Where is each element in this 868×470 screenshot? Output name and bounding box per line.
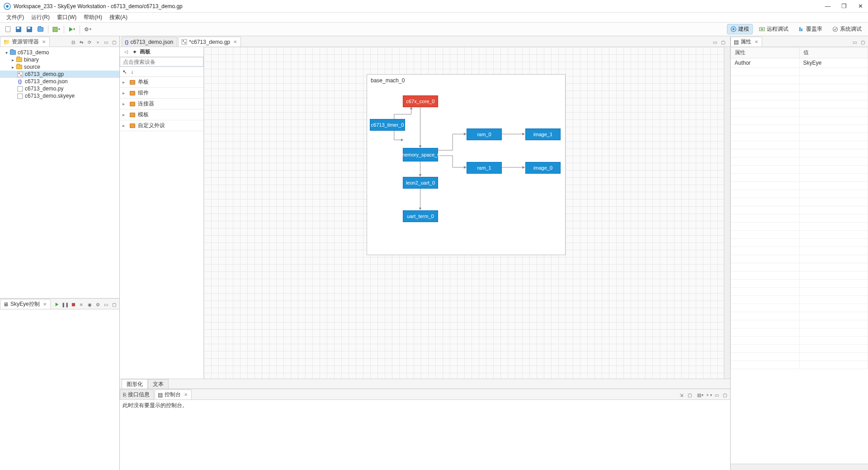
- interface-tab[interactable]: ⎘ 接口信息: [120, 389, 154, 399]
- console-minimize-button[interactable]: ▭: [713, 391, 720, 399]
- editor-minimize-button[interactable]: ▭: [711, 38, 718, 46]
- close-button[interactable]: ✕: [856, 3, 864, 9]
- control-step-button[interactable]: ≡: [78, 301, 85, 308]
- properties-minimize-button[interactable]: ▭: [851, 38, 858, 46]
- console-maximize-button[interactable]: ▢: [721, 391, 728, 399]
- node-uart[interactable]: leon2_uart_0: [403, 177, 438, 189]
- palette-back-icon[interactable]: ◁: [123, 48, 130, 56]
- file-gp[interactable]: c6713_demo.gp: [0, 71, 119, 78]
- run-dropdown[interactable]: [67, 24, 77, 34]
- folder-source[interactable]: ▸source: [0, 63, 119, 71]
- properties-tab[interactable]: ▤ 属性 ✕: [731, 37, 762, 47]
- select-tool-icon[interactable]: ↖: [123, 69, 127, 75]
- editor-maximize-button[interactable]: ▢: [719, 38, 726, 46]
- perspective-remote-debug[interactable]: 远程调试: [755, 24, 792, 34]
- table-row[interactable]: Author SkyEye: [731, 58, 868, 68]
- table-row: [731, 174, 868, 182]
- connection-tool-icon[interactable]: ↓: [131, 69, 133, 75]
- properties-col-val[interactable]: 值: [799, 47, 868, 58]
- explorer-close-icon[interactable]: ✕: [42, 39, 46, 44]
- console-display-dropdown[interactable]: ▤: [697, 391, 704, 399]
- collapse-all-button[interactable]: ⊟: [70, 38, 77, 46]
- table-row: [731, 100, 868, 109]
- console-tab-label: 控制台: [165, 391, 181, 399]
- table-row: [731, 345, 868, 353]
- maximize-button[interactable]: ❐: [840, 3, 848, 9]
- view-menu-button[interactable]: ▿: [94, 38, 101, 46]
- debug-dropdown[interactable]: ⚙: [83, 24, 93, 34]
- control-minimize-button[interactable]: ▭: [102, 301, 109, 308]
- node-image0[interactable]: image_0: [525, 162, 561, 174]
- maximize-panel-button[interactable]: ▢: [110, 38, 118, 46]
- properties-close-icon[interactable]: ✕: [755, 39, 758, 44]
- control-settings-button[interactable]: ⚙: [94, 301, 101, 308]
- control-play-button[interactable]: [53, 301, 61, 308]
- palette-group-connector[interactable]: ▸连接器: [120, 99, 203, 109]
- diagram-container[interactable]: base_mach_0: [367, 74, 566, 255]
- palette-group-template[interactable]: ▸模板: [120, 109, 203, 120]
- console-close-icon[interactable]: ✕: [184, 392, 188, 397]
- palette-search-input[interactable]: [120, 57, 203, 66]
- perspective-system-debug[interactable]: 系统调试: [829, 24, 865, 34]
- node-timer[interactable]: c6713_timer_0: [370, 119, 405, 131]
- table-row: [731, 288, 868, 296]
- link-editor-button[interactable]: ⇆: [78, 38, 85, 46]
- console-new-dropdown[interactable]: ＋: [705, 391, 712, 399]
- properties-col-key[interactable]: 属性: [731, 47, 800, 58]
- file-py[interactable]: c6713_demo.py: [0, 85, 119, 92]
- control-maximize-button[interactable]: ▢: [110, 301, 118, 308]
- node-core[interactable]: c67x_core_0: [403, 95, 438, 107]
- editor-tab-json[interactable]: {} c6713_demo.json: [122, 37, 177, 47]
- properties-scrollbar[interactable]: [731, 464, 868, 470]
- menu-file[interactable]: 文件(F): [3, 13, 28, 22]
- node-image1[interactable]: image_1: [525, 128, 561, 140]
- new-button[interactable]: [3, 24, 13, 34]
- table-row: [731, 231, 868, 239]
- palette-group-component[interactable]: ▸组件: [120, 88, 203, 99]
- file-json[interactable]: {}c6713_demo.json: [0, 78, 119, 85]
- console-body: 此时没有要显示的控制台。: [120, 400, 730, 470]
- control-tab[interactable]: 🖥 SkyEye控制 ✕: [0, 299, 51, 309]
- wizard-dropdown[interactable]: [51, 24, 61, 34]
- menu-window[interactable]: 窗口(W): [53, 13, 80, 22]
- main-toolbar: ⚙ 建模 远程调试 覆盖率 系统调试: [0, 23, 868, 36]
- perspective-modeling[interactable]: 建模: [727, 24, 753, 34]
- node-memory-space[interactable]: memory_space_0: [403, 148, 438, 161]
- perspective-coverage[interactable]: 覆盖率: [795, 24, 826, 34]
- control-stop-button[interactable]: [70, 301, 77, 308]
- app-icon: [4, 3, 11, 10]
- project-node[interactable]: ▾c6713_demo: [0, 49, 119, 56]
- bottom-tab-graphic[interactable]: 图形化: [122, 379, 148, 389]
- console-tab[interactable]: ▤ 控制台 ✕: [155, 389, 192, 399]
- control-snapshot-button[interactable]: ◉: [86, 301, 93, 308]
- open-button[interactable]: [35, 24, 45, 34]
- palette-group-custom[interactable]: ▸自定义外设: [120, 120, 203, 131]
- file-skyeye[interactable]: c6713_demo.skyeye: [0, 92, 119, 100]
- explorer-tab[interactable]: 📁 资源管理器 ✕: [0, 37, 50, 47]
- folder-binary[interactable]: ▸binary: [0, 56, 119, 63]
- node-ram1[interactable]: ram_1: [467, 162, 502, 174]
- palette-tools: ↖ ↓: [120, 67, 203, 77]
- minimize-button[interactable]: —: [824, 3, 832, 9]
- bottom-tab-text[interactable]: 文本: [148, 379, 169, 389]
- console-pin-button[interactable]: ⇲: [678, 391, 685, 399]
- node-term[interactable]: uart_term_0: [403, 210, 438, 222]
- menu-search[interactable]: 搜索(A): [106, 13, 131, 22]
- console-clear-button[interactable]: ▢: [686, 391, 693, 399]
- save-all-button[interactable]: [24, 24, 34, 34]
- minimize-panel-button[interactable]: ▭: [102, 38, 109, 46]
- diagram-canvas[interactable]: base_mach_0: [204, 47, 724, 379]
- properties-maximize-button[interactable]: ▢: [859, 38, 866, 46]
- control-pause-button[interactable]: ❚❚: [61, 301, 69, 308]
- node-ram0[interactable]: ram_0: [467, 128, 502, 140]
- palette-group-board[interactable]: ▸单板: [120, 77, 203, 88]
- console-icon: ▤: [158, 392, 163, 398]
- control-close-icon[interactable]: ✕: [43, 302, 47, 307]
- save-button[interactable]: [14, 24, 24, 34]
- editor-tab-gp-close[interactable]: ✕: [233, 39, 237, 44]
- canvas-scrollbar[interactable]: [724, 47, 730, 379]
- menu-run[interactable]: 运行(R): [28, 13, 53, 22]
- refresh-button[interactable]: ⟳: [86, 38, 93, 46]
- editor-tab-gp[interactable]: *c6713_demo.gp ✕: [178, 37, 241, 47]
- menu-help[interactable]: 帮助(H): [80, 13, 106, 22]
